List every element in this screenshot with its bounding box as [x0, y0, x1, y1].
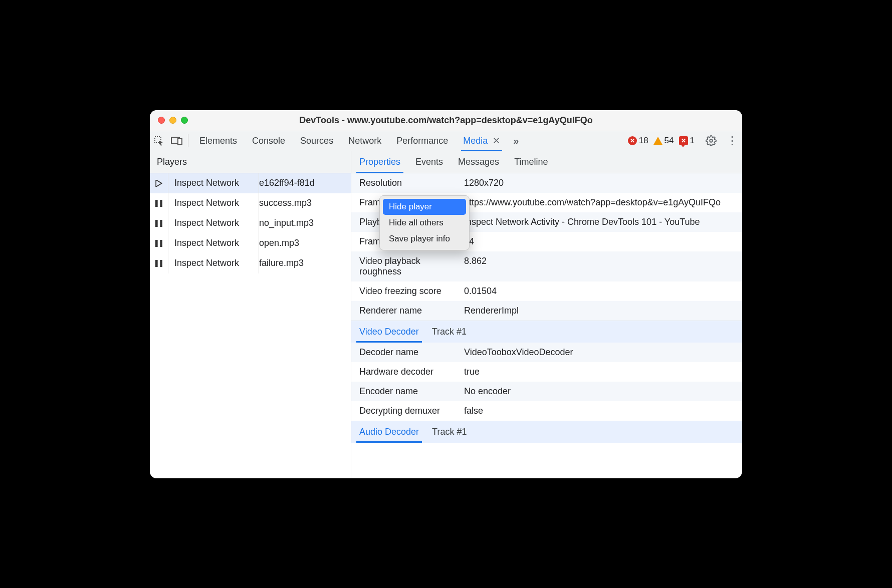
player-row[interactable]: Inspect Networke162ff94-f81d	[150, 173, 351, 193]
context-menu-item[interactable]: Save player info	[383, 231, 466, 247]
property-key: Decrypting demuxer	[351, 401, 464, 421]
svg-rect-11	[160, 260, 162, 267]
panel-tab-performance[interactable]: Performance	[396, 136, 448, 146]
players-sidebar: Players Inspect Networke162ff94-f81dInsp…	[150, 151, 351, 478]
context-menu-item[interactable]: Hide all others	[383, 215, 466, 231]
inspect-element-icon[interactable]	[150, 136, 168, 146]
svg-rect-8	[155, 240, 158, 247]
issue-counters: ✕ 18 54 ✕ 1	[628, 136, 701, 146]
svg-rect-7	[160, 220, 162, 227]
panel-tabs: ElementsConsoleSourcesNetworkPerformance…	[190, 131, 509, 151]
context-menu-item[interactable]: Hide player	[383, 199, 466, 215]
pause-icon	[150, 200, 168, 207]
minimize-window-button[interactable]	[169, 117, 176, 124]
property-value: 24	[464, 232, 742, 251]
audio-decoder-tabs: Audio DecoderTrack #1	[351, 421, 742, 443]
video-decoder-tabs: Video DecoderTrack #1	[351, 321, 742, 343]
warning-count-value: 54	[664, 136, 674, 146]
maximize-window-button[interactable]	[181, 117, 188, 124]
more-options-icon[interactable]: ⋮	[722, 134, 742, 147]
video-decoder-tab[interactable]: Track #1	[432, 321, 467, 343]
subtab-properties[interactable]: Properties	[359, 151, 400, 173]
player-row[interactable]: Inspect Networkno_input.mp3	[150, 213, 351, 233]
property-key: Hardware decoder	[351, 362, 464, 382]
svg-rect-6	[155, 220, 158, 227]
play-icon	[150, 180, 168, 187]
message-count[interactable]: ✕ 1	[679, 136, 695, 146]
more-panels-chevron-icon[interactable]: »	[509, 135, 521, 147]
close-tab-icon[interactable]: ✕	[493, 135, 500, 146]
panel-tab-console[interactable]: Console	[252, 136, 285, 146]
error-count[interactable]: ✕ 18	[628, 136, 648, 146]
panel-tab-elements[interactable]: Elements	[199, 136, 237, 146]
subtab-events[interactable]: Events	[415, 151, 443, 173]
property-row: Hardware decodertrue	[351, 362, 742, 382]
pause-icon	[150, 260, 168, 267]
svg-rect-2	[178, 139, 182, 145]
panel-tab-media[interactable]: Media	[463, 136, 488, 146]
svg-rect-9	[160, 240, 162, 247]
device-toolbar-icon[interactable]	[168, 136, 186, 145]
player-file: open.mp3	[259, 238, 351, 248]
video-decoder-tab[interactable]: Video Decoder	[359, 321, 419, 343]
subtab-messages[interactable]: Messages	[458, 151, 499, 173]
window-title: DevTools - www.youtube.com/watch?app=des…	[150, 115, 742, 126]
toolbar-divider	[188, 134, 188, 147]
property-value: Inspect Network Activity - Chrome DevToo…	[464, 212, 742, 232]
titlebar: DevTools - www.youtube.com/watch?app=des…	[150, 110, 742, 131]
svg-point-3	[710, 139, 713, 142]
detail-subtabs: PropertiesEventsMessagesTimeline	[351, 151, 742, 173]
property-value: false	[464, 401, 742, 421]
players-heading: Players	[150, 151, 351, 173]
property-value: https://www.youtube.com/watch?app=deskto…	[464, 193, 742, 212]
player-name: Inspect Network	[168, 198, 259, 208]
property-value: No encoder	[464, 382, 742, 401]
svg-rect-5	[160, 200, 162, 207]
window-controls	[150, 117, 188, 124]
warning-icon	[653, 137, 662, 145]
devtools-window: DevTools - www.youtube.com/watch?app=des…	[150, 110, 742, 478]
property-key: Resolution	[351, 173, 464, 193]
main-toolbar: ElementsConsoleSourcesNetworkPerformance…	[150, 131, 742, 151]
property-key: Video freezing score	[351, 281, 464, 301]
svg-rect-10	[155, 260, 158, 267]
property-row: Video freezing score0.01504	[351, 281, 742, 301]
player-list: Inspect Networke162ff94-f81dInspect Netw…	[150, 173, 351, 478]
player-name: Inspect Network	[168, 218, 259, 228]
audio-decoder-tab[interactable]: Track #1	[432, 421, 467, 443]
audio-decoder-tab[interactable]: Audio Decoder	[359, 421, 419, 443]
property-value: VideoTooboxVideoDecoder	[464, 343, 742, 362]
player-name: Inspect Network	[168, 238, 259, 248]
pause-icon	[150, 240, 168, 247]
property-value: true	[464, 362, 742, 382]
player-file: failure.mp3	[259, 258, 351, 268]
property-value: RendererImpl	[464, 301, 742, 321]
property-row: Encoder nameNo encoder	[351, 382, 742, 401]
player-row[interactable]: Inspect Networksuccess.mp3	[150, 193, 351, 213]
panel-tab-network[interactable]: Network	[348, 136, 381, 146]
property-row: Decrypting demuxerfalse	[351, 401, 742, 421]
player-name: Inspect Network	[168, 178, 259, 188]
panel-tab-sources[interactable]: Sources	[300, 136, 333, 146]
player-context-menu: Hide playerHide all othersSave player in…	[379, 195, 470, 250]
property-row: Resolution1280x720	[351, 173, 742, 193]
svg-rect-4	[155, 200, 158, 207]
error-count-value: 18	[639, 136, 648, 146]
player-file: success.mp3	[259, 198, 351, 208]
video-decoder-table: Decoder nameVideoTooboxVideoDecoderHardw…	[351, 343, 742, 421]
settings-gear-icon[interactable]	[701, 135, 722, 146]
subtab-timeline[interactable]: Timeline	[514, 151, 548, 173]
message-count-value: 1	[690, 136, 695, 146]
player-row[interactable]: Inspect Networkopen.mp3	[150, 233, 351, 253]
close-window-button[interactable]	[158, 117, 165, 124]
warning-count[interactable]: 54	[653, 136, 674, 146]
player-file: e162ff94-f81d	[259, 178, 351, 188]
message-icon: ✕	[679, 136, 688, 145]
property-key: Video playback roughness	[351, 251, 464, 281]
player-row[interactable]: Inspect Networkfailure.mp3	[150, 253, 351, 273]
property-row: Video playback roughness8.862	[351, 251, 742, 281]
pause-icon	[150, 220, 168, 227]
property-key: Encoder name	[351, 382, 464, 401]
player-name: Inspect Network	[168, 258, 259, 268]
property-key: Renderer name	[351, 301, 464, 321]
